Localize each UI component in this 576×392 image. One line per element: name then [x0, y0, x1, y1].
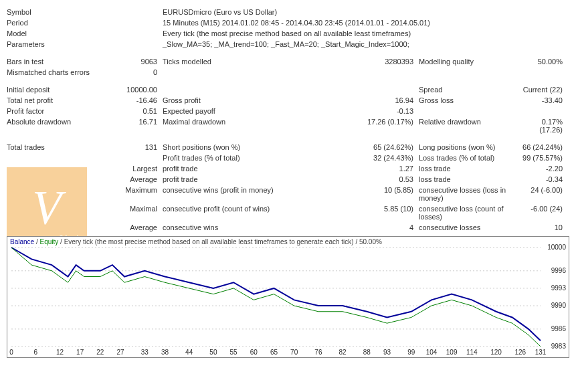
svg-text:33: 33 — [141, 349, 149, 356]
value-avg-cl: 10 — [522, 223, 569, 231]
label-maximal-cp: consecutive profit (count of wins) — [157, 205, 316, 221]
label-symbol: Symbol — [7, 8, 94, 16]
label-initial-deposit: Initial deposit — [7, 86, 94, 94]
label-largest-lt: loss trade — [413, 165, 522, 173]
value-total-trades: 131 — [94, 143, 157, 151]
value-spread: Current (22) — [522, 86, 569, 94]
row-maximum: Maximum consecutive wins (profit in mone… — [7, 185, 569, 203]
value-mismatched: 0 — [94, 68, 157, 76]
value-symbol: EURUSDmicro (Euro vs US Dollar) — [157, 8, 569, 16]
svg-text:60: 60 — [250, 349, 258, 356]
label-total-trades: Total trades — [7, 143, 94, 151]
value-short-pos: 65 (24.62%) — [316, 143, 413, 151]
label-maximal: Maximal — [94, 205, 157, 221]
row-bars: Bars in test 9063 Ticks modelled 3280393… — [7, 56, 569, 67]
svg-text:9990: 9990 — [551, 302, 567, 309]
label-mismatched: Mismatched charts errors — [7, 68, 94, 76]
svg-text:114: 114 — [466, 349, 478, 356]
equity-chart: Balance / Equity / Every tick (the most … — [7, 236, 569, 358]
label-net-profit: Total net profit — [7, 96, 94, 104]
label-avg-cl: consecutive losses — [413, 223, 522, 231]
legend-rest: Every tick (the most precise method base… — [64, 238, 382, 246]
label-model: Model — [7, 29, 94, 37]
row-mismatched: Mismatched charts errors 0 — [7, 67, 569, 78]
svg-text:12: 12 — [56, 349, 64, 356]
label-period: Period — [7, 19, 94, 27]
legend-equity: Equity — [39, 238, 58, 246]
value-ticks-modelled: 3280393 — [316, 58, 413, 66]
value-maximal-cp: 5.85 (10) — [316, 205, 413, 221]
svg-text:0: 0 — [9, 349, 13, 356]
label-ticks-modelled: Ticks modelled — [157, 58, 316, 66]
svg-text:82: 82 — [339, 349, 347, 356]
svg-text:6: 6 — [33, 349, 37, 356]
row-drawdown: Absolute drawdown 16.71 Maximal drawdown… — [7, 116, 569, 135]
label-largest-pt: profit trade — [157, 165, 316, 173]
value-long-pos: 66 (24.24%) — [522, 143, 569, 151]
row-largest: Largest profit trade 1.27 loss trade -2.… — [7, 163, 569, 174]
svg-text:10000: 10000 — [547, 243, 566, 251]
svg-text:38: 38 — [161, 349, 169, 356]
label-expected-payoff: Expected payoff — [157, 107, 316, 115]
row-average-cons: Average consecutive wins 4 consecutive l… — [7, 222, 569, 233]
label-gross-profit: Gross profit — [157, 96, 316, 104]
svg-text:70: 70 — [290, 349, 298, 356]
label-short-pos: Short positions (won %) — [157, 143, 316, 151]
label-loss-trades: Loss trades (% of total) — [413, 154, 522, 162]
svg-text:93: 93 — [383, 349, 391, 356]
svg-text:9983: 9983 — [551, 342, 567, 350]
svg-text:55: 55 — [230, 349, 238, 356]
value-avg-cw: 4 — [316, 223, 413, 231]
svg-text:99: 99 — [407, 349, 415, 356]
svg-text:44: 44 — [185, 349, 193, 356]
row-profit-trades: Profit trades (% of total) 32 (24.43%) L… — [7, 153, 569, 163]
svg-text:22: 22 — [96, 349, 104, 356]
value-net-profit: -16.46 — [94, 96, 157, 104]
chart-legend: Balance / Equity / Every tick (the most … — [10, 238, 382, 246]
svg-text:65: 65 — [270, 349, 278, 356]
row-symbol: Symbol EURUSDmicro (Euro vs US Dollar) — [7, 7, 569, 17]
value-model: Every tick (the most precise method base… — [157, 29, 569, 37]
label-maximum: Maximum — [94, 186, 157, 202]
label-largest: Largest — [94, 165, 157, 173]
value-initial-deposit: 10000.00 — [94, 86, 157, 94]
value-maximal-cl: -6.00 (24) — [522, 205, 569, 221]
row-model: Model Every tick (the most precise metho… — [7, 28, 569, 39]
label-avg-lt: loss trade — [413, 175, 522, 183]
label-average: Average — [94, 175, 157, 183]
svg-text:120: 120 — [490, 349, 502, 356]
row-maximal: Maximal consecutive profit (count of win… — [7, 203, 569, 222]
svg-text:9993: 9993 — [551, 284, 567, 292]
value-max-cl: 24 (-6.00) — [522, 186, 569, 202]
label-modelling-quality: Modelling quality — [413, 58, 522, 66]
value-expected-payoff: -0.13 — [316, 107, 413, 115]
value-modelling-quality: 50.00% — [522, 58, 569, 66]
value-avg-lt: -0.34 — [522, 175, 569, 183]
label-bars-in-test: Bars in test — [7, 58, 94, 66]
svg-text:9986: 9986 — [551, 325, 567, 332]
label-spread: Spread — [413, 86, 522, 94]
value-gross-profit: 16.94 — [316, 96, 413, 104]
value-gross-loss: -33.40 — [522, 96, 569, 104]
value-largest-lt: -2.20 — [522, 165, 569, 173]
label-max-dd: Maximal drawdown — [157, 118, 316, 134]
label-max-cl: consecutive losses (loss in money) — [413, 186, 522, 202]
value-abs-dd: 16.71 — [94, 118, 157, 134]
value-parameters: _Slow_MA=35; _MA_trend=100; _Fast_MA=20;… — [157, 40, 569, 48]
row-period: Period 15 Minutes (M15) 2014.01.02 08:45… — [7, 17, 569, 28]
svg-text:50: 50 — [209, 349, 217, 356]
row-average-trade: Average profit trade 0.53 loss trade -0.… — [7, 174, 569, 185]
svg-text:27: 27 — [116, 349, 124, 356]
label-gross-loss: Gross loss — [413, 96, 522, 104]
row-parameters: Parameters _Slow_MA=35; _MA_trend=100; _… — [7, 39, 569, 50]
label-abs-dd: Absolute drawdown — [7, 118, 94, 134]
value-period: 15 Minutes (M15) 2014.01.02 08:45 - 2014… — [157, 19, 569, 27]
value-bars-in-test: 9063 — [94, 58, 157, 66]
svg-text:104: 104 — [426, 349, 438, 356]
label-profit-factor: Profit factor — [7, 107, 94, 115]
label-max-cw: consecutive wins (profit in money) — [157, 186, 316, 202]
value-profit-trades: 32 (24.43%) — [316, 154, 413, 162]
label-avg-pt: profit trade — [157, 175, 316, 183]
svg-text:76: 76 — [314, 349, 322, 356]
label-avg-cw: consecutive wins — [157, 223, 316, 231]
